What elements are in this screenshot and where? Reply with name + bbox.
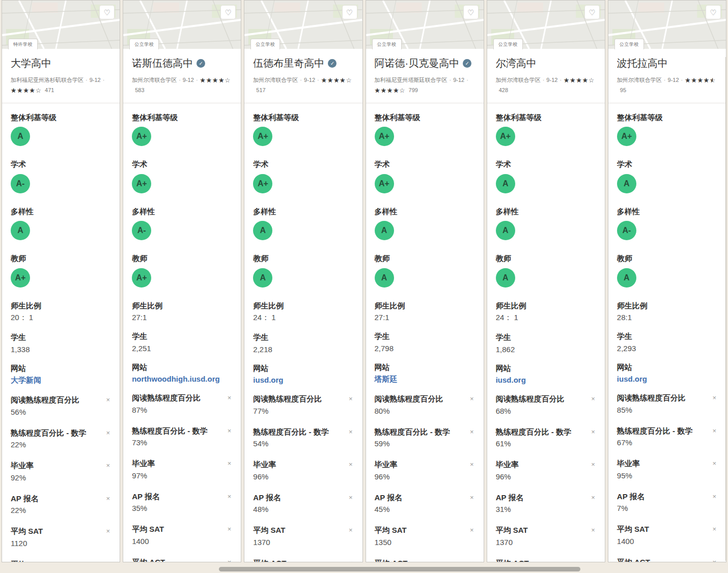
school-name[interactable]: 波托拉高中 (617, 56, 668, 70)
school-card: ♡ 公立学校 阿诺德·贝克曼高中 ✓ 加利福尼亚州塔斯廷联合学区·9-12·☆☆… (366, 0, 484, 562)
remove-stat-button[interactable]: × (711, 558, 717, 562)
remove-stat-button[interactable]: × (105, 494, 111, 503)
remove-stat-button[interactable]: × (227, 459, 233, 468)
remove-stat-button[interactable]: × (227, 426, 233, 435)
remove-stat-button[interactable]: × (348, 493, 354, 502)
remove-stat-button[interactable]: × (105, 395, 111, 404)
grade-badge-diversity: A (11, 221, 30, 240)
favorite-button[interactable]: ♡ (99, 5, 115, 19)
website-link[interactable]: northwoodhigh.iusd.org (132, 375, 219, 383)
school-card: ♡ 公立学校 伍德布里奇高中 ✓ 加州尔湾联合学区·9-12·☆☆☆☆☆★★★★… (244, 0, 362, 562)
next-card-edge (725, 57, 726, 561)
remove-stat-button[interactable]: × (227, 492, 233, 501)
act-label: 平均 ACT (11, 559, 44, 562)
grade-badge-academics: A (496, 174, 515, 193)
reading-value: 56% (11, 408, 111, 416)
students-value: 2,251 (132, 344, 232, 353)
remove-stat-button[interactable]: × (227, 525, 233, 533)
remove-stat-button[interactable]: × (227, 558, 233, 562)
heart-icon: ♡ (225, 9, 232, 16)
diversity-label: 多样性 (496, 207, 596, 217)
remove-stat-button[interactable]: × (711, 492, 717, 501)
grade-badge-teachers: A+ (132, 268, 151, 288)
overall-grade-section: 整体利基等级 A (11, 112, 111, 147)
favorite-button[interactable]: ♡ (342, 5, 357, 19)
map-thumbnail: ♡ 公立学校 (608, 1, 726, 49)
school-name[interactable]: 伍德布里奇高中 (253, 56, 324, 70)
remove-stat-button[interactable]: × (348, 526, 354, 534)
graduation-label: 毕业率 (375, 460, 398, 470)
remove-stat-button[interactable]: × (348, 460, 354, 469)
remove-stat-button[interactable]: × (105, 527, 111, 535)
school-card: ♡ 公立学校 波托拉高中 ✓ 加州尔湾联合学区·9-12·☆☆☆☆☆★★★★★9… (608, 0, 726, 562)
website-link[interactable]: iusd.org (253, 376, 283, 384)
ap-label: AP 报名 (253, 493, 281, 503)
grade-badge-academics: A+ (253, 174, 272, 193)
overall-grade-label: 整体利基等级 (253, 112, 353, 123)
remove-stat-button[interactable]: × (590, 427, 596, 436)
remove-stat-button[interactable]: × (469, 526, 475, 534)
students-label: 学生 (617, 331, 717, 341)
sat-value: 1370 (253, 538, 353, 547)
remove-stat-button[interactable]: × (590, 526, 596, 534)
ap-value: 22% (11, 506, 111, 514)
remove-stat-button[interactable]: × (227, 393, 233, 402)
school-type-badge: 公立学校 (250, 39, 280, 49)
remove-stat-button[interactable]: × (711, 426, 717, 435)
remove-stat-button[interactable]: × (711, 393, 717, 402)
remove-stat-button[interactable]: × (469, 493, 475, 502)
remove-stat-button[interactable]: × (469, 559, 475, 562)
ap-value: 7% (617, 504, 717, 512)
website-label: 网站 (11, 363, 111, 374)
favorite-button[interactable]: ♡ (220, 5, 236, 19)
review-count: 517 (256, 87, 265, 93)
diversity-label: 多样性 (132, 207, 232, 217)
remove-stat-button[interactable]: × (469, 427, 475, 436)
favorite-button[interactable]: ♡ (584, 5, 600, 19)
remove-stat-button[interactable]: × (711, 525, 717, 533)
reading-value: 87% (132, 406, 232, 414)
remove-stat-button[interactable]: × (590, 394, 596, 403)
ap-section: AP 报名 × 35% (132, 492, 232, 513)
sat-label: 平均 SAT (496, 525, 528, 535)
school-name[interactable]: 阿诺德·贝克曼高中 (375, 56, 460, 70)
website-link[interactable]: iusd.org (496, 376, 526, 384)
remove-stat-button[interactable]: × (711, 459, 717, 468)
remove-stat-button[interactable]: × (469, 394, 475, 403)
remove-stat-button[interactable]: × (590, 559, 596, 562)
school-type-badge: 公立学校 (372, 39, 402, 49)
favorite-button[interactable]: ♡ (706, 5, 721, 19)
overall-grade-label: 整体利基等级 (496, 112, 596, 123)
card-body: 整体利基等级 A+ 学术 A+ 多样性 A 教师 A 师生比例 27:1 学生 … (366, 103, 484, 562)
favorite-button[interactable]: ♡ (463, 5, 479, 19)
school-name[interactable]: 大学高中 (11, 56, 51, 70)
graduation-section: 毕业率 × 96% (253, 460, 353, 481)
grade-badge-overall: A+ (375, 127, 394, 146)
reading-section: 阅读熟练程度百分比 × 80% (375, 394, 475, 415)
website-link[interactable]: 塔斯廷 (375, 375, 398, 383)
school-name[interactable]: 诺斯伍德高中 (132, 56, 193, 70)
school-type-badge: 特许学校 (8, 39, 38, 49)
website-link[interactable]: iusd.org (617, 375, 647, 383)
math-value: 61% (496, 439, 596, 448)
remove-stat-button[interactable]: × (469, 460, 475, 469)
math-label: 熟练程度百分比 - 数学 (496, 427, 571, 437)
remove-stat-button[interactable]: × (590, 493, 596, 502)
remove-stat-button[interactable]: × (348, 559, 354, 562)
academics-section: 学术 A+ (253, 159, 353, 193)
remove-stat-button[interactable]: × (348, 427, 354, 436)
website-label: 网站 (617, 362, 717, 373)
horizontal-scrollbar[interactable] (219, 567, 580, 571)
students-section: 学生 1,862 (496, 332, 596, 354)
act-label: 平均 ACT (132, 557, 165, 562)
remove-stat-button[interactable]: × (590, 460, 596, 469)
remove-stat-button[interactable]: × (105, 428, 111, 437)
remove-stat-button[interactable]: × (105, 560, 111, 562)
sat-section: 平均 SAT × 1400 (617, 524, 717, 546)
remove-stat-button[interactable]: × (105, 461, 111, 470)
remove-stat-button[interactable]: × (348, 394, 354, 403)
website-link[interactable]: 大学新闻 (11, 376, 41, 384)
students-label: 学生 (375, 331, 475, 341)
school-name[interactable]: 尔湾高中 (496, 56, 537, 70)
star-rating: ☆☆☆☆☆★★★★★ (564, 77, 595, 84)
